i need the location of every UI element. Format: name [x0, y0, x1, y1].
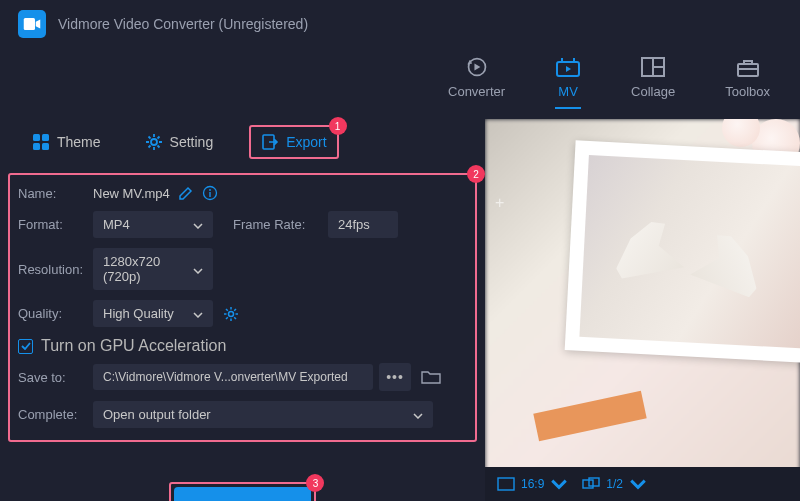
main-nav: Converter MV Collage Toolbox [0, 56, 800, 109]
format-label: Format: [18, 217, 93, 232]
preview-panel: + + [485, 119, 800, 501]
saveto-label: Save to: [18, 370, 93, 385]
badge-2: 2 [467, 165, 485, 183]
export-form: 2 Name: New MV.mp4 Format: MP4 Frame Rat… [8, 173, 477, 442]
chevron-down-icon [629, 477, 647, 491]
svg-rect-19 [498, 478, 514, 490]
svg-rect-21 [589, 478, 599, 486]
start-export-button[interactable]: Start Export [174, 487, 312, 501]
svg-rect-10 [33, 143, 40, 150]
badge-1: 1 [329, 117, 347, 135]
guide-cross-icon: + [495, 194, 504, 212]
complete-select[interactable]: Open output folder [93, 401, 433, 428]
app-title: Vidmore Video Converter (Unregistered) [58, 16, 308, 32]
svg-point-12 [151, 139, 157, 145]
name-value: New MV.mp4 [93, 186, 170, 201]
svg-rect-8 [33, 134, 40, 141]
complete-label: Complete: [18, 407, 93, 422]
chevron-down-icon [193, 306, 203, 321]
chevron-down-icon [193, 217, 203, 232]
screens-icon [582, 477, 600, 491]
format-select[interactable]: MP4 [93, 211, 213, 238]
app-logo [18, 10, 46, 38]
badge-3: 3 [306, 474, 324, 492]
quality-label: Quality: [18, 306, 93, 321]
mv-icon [555, 56, 581, 78]
chevron-down-icon [413, 407, 423, 422]
edit-button[interactable] [178, 185, 194, 201]
browse-button[interactable]: ••• [379, 363, 411, 391]
name-label: Name: [18, 186, 93, 201]
aspect-ratio-select[interactable]: 16:9 [497, 477, 568, 491]
folder-icon [421, 369, 441, 385]
svg-rect-16 [209, 192, 210, 197]
subtab-theme[interactable]: Theme [24, 125, 109, 159]
svg-point-15 [209, 189, 211, 191]
svg-rect-20 [583, 480, 593, 488]
quality-settings-button[interactable] [223, 306, 239, 322]
resolution-select[interactable]: 1280x720 (720p) [93, 248, 213, 290]
gpu-checkbox[interactable] [18, 339, 33, 354]
open-folder-button[interactable] [417, 363, 445, 391]
chevron-down-icon [193, 262, 203, 277]
resolution-label: Resolution: [18, 262, 93, 277]
svg-rect-9 [42, 134, 49, 141]
gear-icon [145, 133, 163, 151]
preview-photo [565, 140, 800, 363]
aspect-icon [497, 477, 515, 491]
svg-rect-11 [42, 143, 49, 150]
framerate-label: Frame Rate: [233, 217, 328, 232]
collage-icon [640, 56, 666, 78]
info-button[interactable] [202, 185, 218, 201]
toolbox-icon [735, 56, 761, 78]
export-panel: Theme Setting 1 Export 2 Name: New MV.mp… [0, 119, 485, 501]
zoom-select[interactable]: 1/2 [582, 477, 647, 491]
check-icon [21, 342, 31, 350]
subtab-setting[interactable]: Setting [137, 125, 222, 159]
chevron-down-icon [550, 477, 568, 491]
camera-icon [23, 17, 41, 31]
subtab-export[interactable]: Export [255, 131, 332, 153]
sub-nav: Theme Setting 1 Export [8, 119, 477, 169]
tab-toolbox[interactable]: Toolbox [725, 56, 770, 109]
export-icon [261, 133, 279, 151]
tab-collage[interactable]: Collage [631, 56, 675, 109]
quality-select[interactable]: High Quality [93, 300, 213, 327]
row-name: Name: New MV.mp4 [18, 185, 467, 201]
tab-mv[interactable]: MV [555, 56, 581, 109]
gpu-row: Turn on GPU Acceleration [18, 337, 467, 355]
gpu-label: Turn on GPU Acceleration [41, 337, 226, 355]
tab-converter[interactable]: Converter [448, 56, 505, 109]
footer-bar: 16:9 1/2 [485, 467, 800, 501]
saveto-field[interactable]: C:\Vidmore\Vidmore V...onverter\MV Expor… [93, 364, 373, 390]
svg-rect-0 [24, 18, 35, 30]
title-bar: Vidmore Video Converter (Unregistered) [0, 0, 800, 48]
converter-icon [464, 56, 490, 78]
theme-icon [32, 133, 50, 151]
framerate-select[interactable]: 24fps [328, 211, 398, 238]
svg-point-17 [229, 311, 234, 316]
